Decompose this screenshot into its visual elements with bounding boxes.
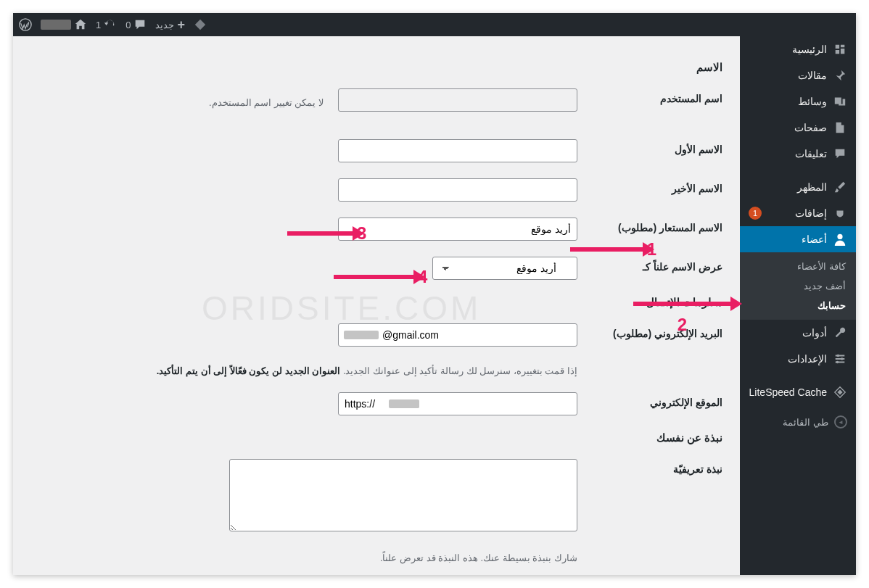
svg-point-3 <box>841 357 844 360</box>
comments-icon <box>833 146 847 161</box>
email-label: البريد الإلكتروني (مطلوب) <box>592 323 722 339</box>
menu-tools[interactable]: أدوات <box>740 320 856 346</box>
updates-count: 1 <box>96 20 101 30</box>
dashboard-icon <box>833 42 847 57</box>
menu-comments[interactable]: تعليقات <box>740 141 856 167</box>
plug-icon <box>833 206 847 220</box>
row-nickname: الاسم المستعار (مطلوب) <box>30 218 722 241</box>
wp-logo[interactable] <box>19 18 32 31</box>
svg-point-1 <box>837 234 842 239</box>
new-label: جديد <box>155 20 174 30</box>
litespeed-icon <box>833 385 847 399</box>
menu-posts[interactable]: مقالات <box>740 62 856 88</box>
row-lastname: الاسم الأخير <box>30 178 722 202</box>
site-name-obscured <box>41 20 71 30</box>
section-about-heading: نبذة عن نفسك <box>30 431 722 444</box>
row-displayname: عرض الاسم علناً كـ أريد موقع <box>30 257 722 280</box>
firstname-input[interactable] <box>338 139 577 162</box>
media-icon <box>833 94 847 109</box>
collapse-icon <box>834 415 847 428</box>
pin-icon <box>833 68 847 83</box>
new-content-link[interactable]: + جديد <box>155 17 185 33</box>
row-bio: نبذة تعريفيّة شارك بنبذة بسيطة عنك. هذه … <box>30 459 722 563</box>
bio-desc: شارك بنبذة بسيطة عنك. هذه النبذة قد تعرض… <box>113 552 577 563</box>
menu-appearance[interactable]: المظهر <box>740 174 856 200</box>
username-label: اسم المستخدم <box>592 88 722 104</box>
displayname-select[interactable]: أريد موقع <box>432 257 577 280</box>
update-icon <box>104 18 117 31</box>
menu-pages[interactable]: صفحات <box>740 115 856 141</box>
displayname-label: عرض الاسم علناً كـ <box>592 257 722 273</box>
username-desc: لا يمكن تغيير اسم المستخدم. <box>209 93 324 108</box>
comments-count: 0 <box>125 20 131 30</box>
comments-link[interactable]: 0 <box>125 18 147 31</box>
bio-label: نبذة تعريفيّة <box>592 459 722 475</box>
comment-icon <box>133 18 147 31</box>
row-firstname: الاسم الأول <box>30 139 722 162</box>
menu-litespeed[interactable]: LiteSpeed Cache <box>740 379 856 405</box>
users-submenu: كافة الأعضاء أضف جديد حسابك <box>740 252 856 320</box>
row-website: الموقع الإلكتروني <box>30 392 722 415</box>
admin-sidebar: الرئيسية مقالات وسائط صفحات تعليقات المظ… <box>740 36 856 575</box>
submenu-add-user[interactable]: أضف جديد <box>740 276 856 296</box>
menu-media[interactable]: وسائط <box>740 88 856 115</box>
admin-bar: 1 0 + جديد <box>13 13 856 36</box>
cache-icon-link[interactable] <box>194 18 207 31</box>
email-user-obscured <box>344 331 379 339</box>
home-icon <box>74 18 87 31</box>
svg-point-4 <box>836 361 839 364</box>
pages-icon <box>833 120 847 135</box>
nickname-label: الاسم المستعار (مطلوب) <box>592 218 722 233</box>
row-email: البريد الإلكتروني (مطلوب) إذا قمت بتغيير… <box>30 323 722 376</box>
wrench-icon <box>833 326 847 340</box>
site-home-link[interactable] <box>41 18 87 31</box>
lastname-label: الاسم الأخير <box>592 178 722 194</box>
wordpress-icon <box>19 18 32 31</box>
diamond-icon <box>194 18 207 31</box>
section-name-heading: الاسم <box>30 61 722 74</box>
firstname-label: الاسم الأول <box>592 139 722 155</box>
row-username: اسم المستخدم لا يمكن تغيير اسم المستخدم. <box>30 88 722 123</box>
lastname-input[interactable] <box>338 178 577 202</box>
submenu-all-users[interactable]: كافة الأعضاء <box>740 257 856 276</box>
menu-plugins[interactable]: إضافات 1 <box>740 200 856 226</box>
website-input[interactable] <box>338 392 577 415</box>
username-input <box>338 88 577 112</box>
nickname-input[interactable] <box>338 218 577 241</box>
website-domain-obscured <box>389 399 419 408</box>
email-desc: إذا قمت بتغييره، سنرسل لك رسالة تأكيد إل… <box>113 365 577 376</box>
website-label: الموقع الإلكتروني <box>592 392 722 408</box>
menu-settings[interactable]: الإعدادات <box>740 346 856 372</box>
menu-dashboard[interactable]: الرئيسية <box>740 36 856 62</box>
menu-users[interactable]: أعضاء <box>740 226 856 252</box>
plus-icon: + <box>177 17 185 33</box>
bio-textarea[interactable] <box>229 459 577 531</box>
section-contact-heading: معلومات الإتصال <box>30 296 722 309</box>
sliders-icon <box>833 352 847 366</box>
user-icon <box>833 232 847 247</box>
updates-link[interactable]: 1 <box>96 18 117 31</box>
submenu-your-profile[interactable]: حسابك <box>740 296 856 315</box>
profile-form: الاسم اسم المستخدم لا يمكن تغيير اسم الم… <box>13 36 740 575</box>
brush-icon <box>833 180 847 194</box>
collapse-menu[interactable]: طي القائمة <box>740 410 856 434</box>
svg-point-2 <box>837 355 840 357</box>
plugins-update-badge: 1 <box>749 207 762 220</box>
